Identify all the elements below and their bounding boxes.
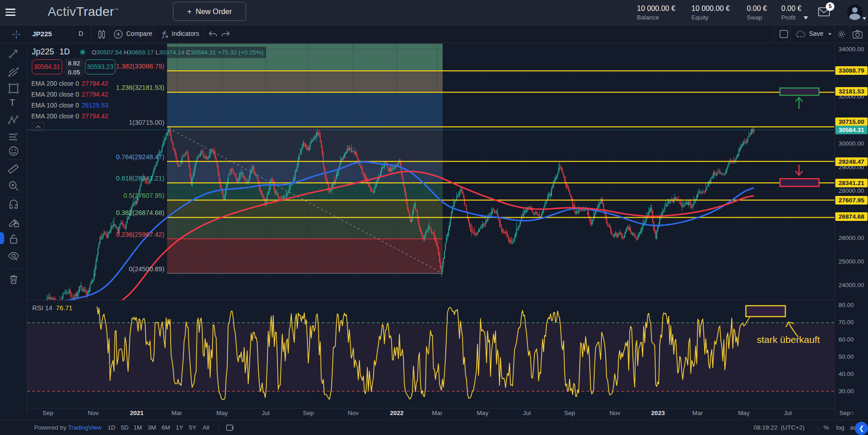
svg-text:0.764(29248.47): 0.764(29248.47) [116, 153, 164, 161]
svg-text:1.382(33088.79): 1.382(33088.79) [116, 63, 164, 70]
svg-text:0(24500.89): 0(24500.89) [129, 265, 164, 273]
svg-text:stark überkauft: stark überkauft [757, 334, 820, 345]
svg-text:1(30715.00): 1(30715.00) [129, 119, 164, 126]
svg-text:1.236(32181.53): 1.236(32181.53) [116, 84, 164, 91]
svg-text:0.382(26874.68): 0.382(26874.68) [116, 209, 164, 216]
svg-text:0.5(27607.95): 0.5(27607.95) [123, 192, 164, 199]
svg-text:0.236(25967.42): 0.236(25967.42) [116, 231, 164, 238]
svg-text:0.618(28341.21): 0.618(28341.21) [116, 175, 164, 182]
